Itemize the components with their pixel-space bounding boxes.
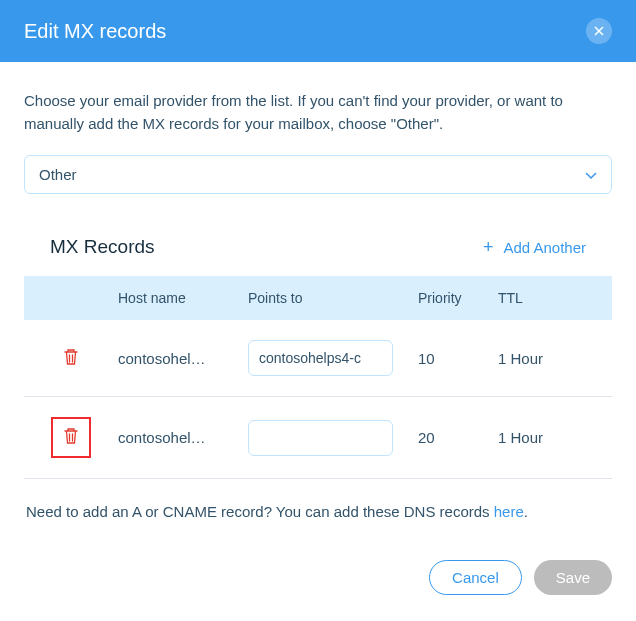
pointsto-input[interactable] (248, 340, 393, 376)
col-pointsto: Points to (248, 290, 418, 306)
col-priority: Priority (418, 290, 498, 306)
instructions-text: Choose your email provider from the list… (24, 90, 612, 135)
hostname-cell: contosohel… (118, 350, 248, 367)
dialog-header: Edit MX records (0, 0, 636, 62)
dialog-actions: Cancel Save (24, 560, 612, 595)
footer-here-link[interactable]: here (494, 503, 524, 520)
trash-icon (63, 431, 79, 448)
delete-row-button[interactable] (63, 348, 79, 369)
add-another-label: Add Another (503, 239, 586, 256)
col-hostname: Host name (118, 290, 248, 306)
trash-icon (63, 352, 79, 369)
provider-select[interactable]: Other (24, 155, 612, 194)
provider-select-value: Other (39, 166, 77, 183)
pointsto-input[interactable] (248, 420, 393, 456)
table-row: contosohel…201 Hour (24, 397, 612, 479)
table-column-headers: Host name Points to Priority TTL (24, 276, 612, 320)
col-ttl: TTL (498, 290, 612, 306)
priority-cell: 10 (418, 350, 498, 367)
chevron-down-icon (585, 166, 597, 183)
close-icon (594, 26, 604, 36)
hostname-cell: contosohel… (118, 429, 248, 446)
table-row: contosohel…101 Hour (24, 320, 612, 397)
close-button[interactable] (586, 18, 612, 44)
plus-icon: + (483, 238, 494, 256)
save-button[interactable]: Save (534, 560, 612, 595)
table-header-row: MX Records + Add Another (24, 236, 612, 276)
footer-note-prefix: Need to add an A or CNAME record? You ca… (26, 503, 494, 520)
delete-row-button[interactable] (51, 417, 91, 458)
ttl-cell: 1 Hour (498, 429, 612, 446)
dialog-title: Edit MX records (24, 20, 166, 43)
ttl-cell: 1 Hour (498, 350, 612, 367)
add-another-button[interactable]: + Add Another (483, 238, 586, 256)
dialog-content: Choose your email provider from the list… (0, 62, 636, 615)
priority-cell: 20 (418, 429, 498, 446)
table-title: MX Records (50, 236, 155, 258)
cancel-button[interactable]: Cancel (429, 560, 522, 595)
footer-note-suffix: . (524, 503, 528, 520)
footer-note: Need to add an A or CNAME record? You ca… (24, 503, 612, 520)
